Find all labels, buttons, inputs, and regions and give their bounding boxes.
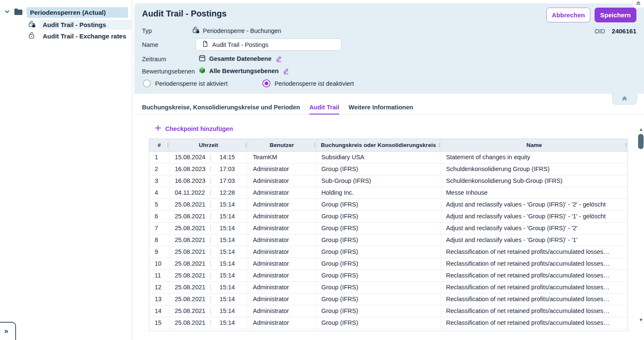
folder-icon <box>14 8 23 16</box>
cell-uhrzeit: 25.08.202115:14 <box>169 293 248 305</box>
radio-periodensperre-deaktiviert[interactable] <box>262 79 270 87</box>
cell-name: Statement of changes in equity <box>441 151 628 163</box>
sidebar-tree-panel: Periodensperren (Actual) Audit Trail - P… <box>0 0 132 340</box>
chevron-down-icon[interactable] <box>4 9 10 16</box>
cell-benutzer: Administrator <box>248 317 316 329</box>
name-input[interactable] <box>212 41 337 48</box>
sidebar-item-audit-trail-exchange-rates[interactable]: Audit Trail - Exchange rates <box>28 31 130 41</box>
cell-benutzer: Administrator <box>248 210 316 222</box>
table-row[interactable]: 1625.08.202115:14AdministratorGroup (IFR… <box>149 329 628 331</box>
zeitraum-value: Gesamte Datenebene <box>199 54 282 63</box>
tab-bar: Buchungskreise, Konsolidierungskreise un… <box>142 101 413 115</box>
edit-zeitraum-icon[interactable] <box>276 55 282 62</box>
table-row[interactable]: 1125.08.202115:14AdministratorGroup (IFR… <box>149 269 628 281</box>
bewertungsebenen-label: Bewertungsebenen <box>142 68 195 75</box>
table-row[interactable]: 115.08.202414:15TeamKMSubsidiary USAStat… <box>149 151 628 163</box>
oid-row: OID 2406161 <box>595 27 636 35</box>
cell-uhrzeit: 25.08.202115:14 <box>169 269 248 281</box>
tab-weitere-informationen[interactable]: Weitere Informationen <box>349 101 413 115</box>
table-row[interactable]: 825.08.202115:14AdministratorGroup (IFRS… <box>149 234 628 246</box>
cell-name: Reclassification of net retained profits… <box>441 246 628 258</box>
tree-root-label: Periodensperren (Actual) <box>27 7 128 18</box>
collapse-panel-button-mid[interactable] <box>612 94 637 105</box>
cell-benutzer: Administrator <box>248 258 316 269</box>
cell-uhrzeit: 16.08.202317:03 <box>169 163 248 175</box>
column-header-uhrzeit[interactable]: Uhrzeit <box>169 139 248 151</box>
bottom-expand-tab[interactable]: » <box>0 322 16 340</box>
cell-name: Reclassification of net retained profits… <box>441 281 628 293</box>
plus-icon <box>155 125 161 132</box>
sidebar-item-periodensperren[interactable]: Periodensperren (Actual) <box>4 6 128 18</box>
save-button[interactable]: Speichern <box>595 8 636 22</box>
column-header-benutzer[interactable]: Benutzer <box>248 139 316 151</box>
lock-open-icon <box>28 32 35 41</box>
collapse-panel-button-top[interactable] <box>632 0 644 8</box>
cell-name: Reclassification of net retained profits… <box>441 305 628 317</box>
cell-benutzer: Administrator <box>248 269 316 281</box>
cell-number: 10 <box>149 258 169 269</box>
table-row[interactable]: 1525.08.202115:14AdministratorGroup (IFR… <box>149 317 628 329</box>
cell-number: 13 <box>149 293 169 305</box>
lock-open-badge-icon <box>28 20 35 29</box>
audit-trail-table: # Uhrzeit Benutzer Buchungskreis oder Ko… <box>149 139 628 331</box>
cell-name: Reclassification of net retained profits… <box>441 329 628 331</box>
bewertungsebenen-value: Alle Bewertungsebenen <box>199 67 289 75</box>
cell-benutzer: Administrator <box>248 163 316 175</box>
edit-bewertungsebenen-icon[interactable] <box>283 68 289 74</box>
table-row[interactable]: 1225.08.202115:14AdministratorGroup (IFR… <box>149 281 628 293</box>
add-checkpoint-button[interactable]: Checkpoint hinzufügen <box>155 125 233 132</box>
cell-name: Adjust and reclassify values - 'Group (I… <box>441 199 628 210</box>
cell-number: 5 <box>149 199 169 210</box>
cell-name: Adjust and reclassify values - 'Group (I… <box>441 234 628 246</box>
scroll-up-arrow[interactable]: ▲ <box>637 127 644 132</box>
cell-number: 3 <box>149 175 169 187</box>
table-row[interactable]: 725.08.202115:14AdministratorGroup (IFRS… <box>149 222 628 234</box>
sidebar-item-audit-trail-postings[interactable]: Audit Trail - Postings <box>28 19 131 30</box>
column-header-name[interactable]: Name <box>441 139 628 151</box>
table-row[interactable]: 1425.08.202115:14AdministratorGroup (IFR… <box>149 305 628 317</box>
table-row[interactable]: 925.08.202115:14AdministratorGroup (IFRS… <box>149 246 628 258</box>
cell-buchungskreis: Group (IFRS) <box>316 199 441 210</box>
cell-benutzer: Administrator <box>248 234 316 246</box>
radio-periodensperre-aktiviert[interactable] <box>143 79 151 87</box>
cancel-button[interactable]: Abbrechen <box>546 8 590 22</box>
cell-benutzer: Administrator <box>248 329 316 331</box>
cell-uhrzeit: 25.08.202115:14 <box>169 222 248 234</box>
cell-buchungskreis: Holding Inc. <box>316 187 441 199</box>
table-row[interactable]: 625.08.202115:14AdministratorGroup (IFRS… <box>149 210 628 222</box>
cell-name: Schuldenkonsolidierung Group (IFRS) <box>441 163 628 175</box>
oid-value: 2406161 <box>612 27 636 35</box>
cell-name: Messe Inhouse <box>441 187 628 199</box>
cell-benutzer: Administrator <box>248 222 316 234</box>
table-row[interactable]: 1325.08.202115:14AdministratorGroup (IFR… <box>149 293 628 305</box>
cell-benutzer: TeamKM <box>248 151 316 163</box>
cell-number: 11 <box>149 269 169 281</box>
table-row[interactable]: 404.11.202212:28AdministratorHolding Inc… <box>149 187 628 199</box>
table-row[interactable]: 316.08.202317:03AdministratorSub-Group (… <box>149 175 628 187</box>
cell-number: 16 <box>149 329 169 331</box>
page-title: Audit Trail - Postings <box>142 9 226 19</box>
cell-name: Reclassification of net retained profits… <box>441 317 628 329</box>
table-row[interactable]: 1025.08.202115:14AdministratorGroup (IFR… <box>149 258 628 269</box>
cell-number: 1 <box>149 151 169 163</box>
column-header-num[interactable]: # <box>149 139 169 151</box>
tab-audit-trail[interactable]: Audit Trail <box>309 101 339 115</box>
tree-item-label: Audit Trail - Exchange rates <box>39 31 130 41</box>
cell-name: Reclassification of net retained profits… <box>441 258 628 269</box>
scroll-down-arrow[interactable]: ▼ <box>637 317 644 322</box>
cell-uhrzeit: 25.08.202115:14 <box>169 329 248 331</box>
radio-label-aktiviert: Periodensperre ist aktiviert <box>155 80 228 87</box>
audit-table-body: 115.08.202414:15TeamKMSubsidiary USAStat… <box>149 151 628 331</box>
column-header-buchungskreis[interactable]: Buchungskreis oder Konsolidierungskreis <box>316 139 441 151</box>
scrollbar-thumb[interactable] <box>638 134 644 149</box>
cell-benutzer: Administrator <box>248 199 316 210</box>
radio-label-deaktiviert: Periodensperre ist deaktiviert <box>275 80 354 87</box>
name-input-wrapper <box>196 38 341 51</box>
tree-item-label: Audit Trail - Postings <box>39 20 131 30</box>
cell-uhrzeit: 25.08.202115:14 <box>169 210 248 222</box>
cell-uhrzeit: 25.08.202115:14 <box>169 234 248 246</box>
cell-number: 14 <box>149 305 169 317</box>
table-row[interactable]: 525.08.202115:14AdministratorGroup (IFRS… <box>149 199 628 210</box>
tab-buchungskreise-konsolidierungskreise-perioden[interactable]: Buchungskreise, Konsolidierungskreise un… <box>142 101 300 115</box>
table-row[interactable]: 216.08.202317:03AdministratorGroup (IFRS… <box>149 163 628 175</box>
